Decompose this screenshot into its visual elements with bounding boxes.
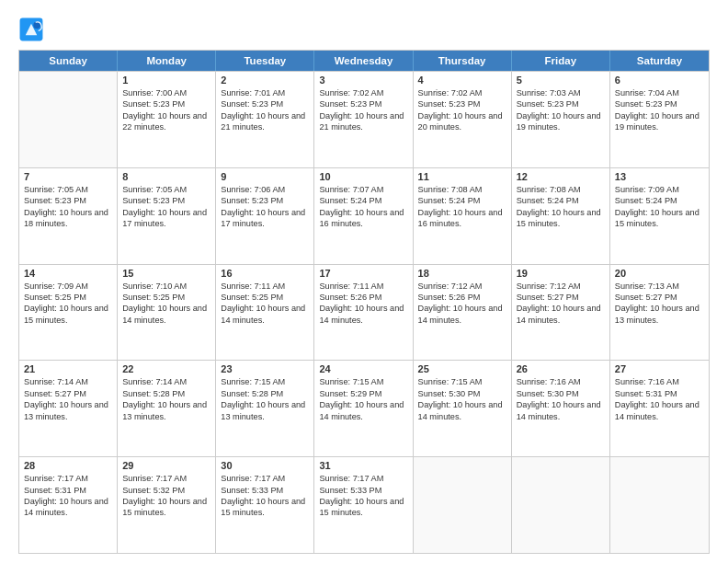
day-number: 8 bbox=[122, 171, 210, 182]
day-number: 30 bbox=[221, 460, 309, 471]
day-number: 20 bbox=[615, 268, 704, 279]
logo-icon bbox=[18, 17, 44, 42]
cal-cell: 15Sunrise: 7:10 AM Sunset: 5:25 PM Dayli… bbox=[118, 265, 216, 361]
day-number: 4 bbox=[418, 75, 506, 86]
day-number: 1 bbox=[122, 75, 210, 86]
day-info: Sunrise: 7:14 AM Sunset: 5:27 PM Dayligh… bbox=[24, 376, 112, 422]
day-info: Sunrise: 7:08 AM Sunset: 5:24 PM Dayligh… bbox=[517, 184, 605, 230]
cal-cell: 20Sunrise: 7:13 AM Sunset: 5:27 PM Dayli… bbox=[610, 265, 709, 361]
header-day-monday: Monday bbox=[118, 51, 216, 71]
day-info: Sunrise: 7:07 AM Sunset: 5:24 PM Dayligh… bbox=[319, 184, 407, 230]
day-number: 18 bbox=[418, 268, 506, 279]
week-row-1: 1Sunrise: 7:00 AM Sunset: 5:23 PM Daylig… bbox=[19, 71, 709, 167]
day-info: Sunrise: 7:05 AM Sunset: 5:23 PM Dayligh… bbox=[122, 184, 210, 230]
day-info: Sunrise: 7:15 AM Sunset: 5:29 PM Dayligh… bbox=[319, 376, 407, 422]
calendar-body: 1Sunrise: 7:00 AM Sunset: 5:23 PM Daylig… bbox=[19, 71, 709, 553]
day-number: 21 bbox=[24, 363, 112, 374]
cal-cell: 16Sunrise: 7:11 AM Sunset: 5:25 PM Dayli… bbox=[216, 265, 314, 361]
cal-cell: 5Sunrise: 7:03 AM Sunset: 5:23 PM Daylig… bbox=[512, 72, 610, 167]
cal-cell: 23Sunrise: 7:15 AM Sunset: 5:28 PM Dayli… bbox=[216, 361, 314, 456]
day-number: 19 bbox=[517, 268, 605, 279]
day-info: Sunrise: 7:15 AM Sunset: 5:30 PM Dayligh… bbox=[418, 376, 506, 422]
cal-cell: 30Sunrise: 7:17 AM Sunset: 5:33 PM Dayli… bbox=[216, 457, 314, 553]
day-number: 15 bbox=[122, 268, 210, 279]
day-info: Sunrise: 7:00 AM Sunset: 5:23 PM Dayligh… bbox=[122, 87, 210, 133]
cal-cell: 19Sunrise: 7:12 AM Sunset: 5:27 PM Dayli… bbox=[512, 265, 610, 361]
cal-cell: 3Sunrise: 7:02 AM Sunset: 5:23 PM Daylig… bbox=[314, 72, 413, 167]
day-number: 6 bbox=[615, 75, 704, 86]
day-info: Sunrise: 7:17 AM Sunset: 5:31 PM Dayligh… bbox=[24, 473, 112, 519]
day-number: 28 bbox=[24, 460, 112, 471]
day-info: Sunrise: 7:17 AM Sunset: 5:33 PM Dayligh… bbox=[319, 473, 407, 519]
day-info: Sunrise: 7:05 AM Sunset: 5:23 PM Dayligh… bbox=[24, 184, 112, 230]
day-number: 29 bbox=[122, 460, 210, 471]
day-info: Sunrise: 7:17 AM Sunset: 5:33 PM Dayligh… bbox=[221, 473, 309, 519]
day-info: Sunrise: 7:16 AM Sunset: 5:30 PM Dayligh… bbox=[517, 376, 605, 422]
day-info: Sunrise: 7:03 AM Sunset: 5:23 PM Dayligh… bbox=[517, 87, 605, 133]
calendar-page: SundayMondayTuesdayWednesdayThursdayFrid… bbox=[0, 0, 728, 563]
cal-cell: 18Sunrise: 7:12 AM Sunset: 5:26 PM Dayli… bbox=[414, 265, 512, 361]
cal-cell: 6Sunrise: 7:04 AM Sunset: 5:23 PM Daylig… bbox=[610, 72, 709, 167]
header-day-friday: Friday bbox=[512, 51, 610, 71]
day-info: Sunrise: 7:02 AM Sunset: 5:23 PM Dayligh… bbox=[319, 87, 407, 133]
day-info: Sunrise: 7:06 AM Sunset: 5:23 PM Dayligh… bbox=[221, 184, 309, 230]
header-day-sunday: Sunday bbox=[19, 51, 118, 71]
header bbox=[18, 17, 710, 42]
day-info: Sunrise: 7:08 AM Sunset: 5:24 PM Dayligh… bbox=[418, 184, 506, 230]
week-row-3: 14Sunrise: 7:09 AM Sunset: 5:25 PM Dayli… bbox=[19, 264, 709, 361]
day-info: Sunrise: 7:14 AM Sunset: 5:28 PM Dayligh… bbox=[122, 376, 210, 422]
day-info: Sunrise: 7:12 AM Sunset: 5:26 PM Dayligh… bbox=[418, 281, 506, 327]
cal-cell: 12Sunrise: 7:08 AM Sunset: 5:24 PM Dayli… bbox=[512, 168, 610, 264]
day-info: Sunrise: 7:11 AM Sunset: 5:26 PM Dayligh… bbox=[319, 281, 407, 327]
day-number: 16 bbox=[221, 268, 309, 279]
week-row-5: 28Sunrise: 7:17 AM Sunset: 5:31 PM Dayli… bbox=[19, 456, 709, 553]
cal-cell: 2Sunrise: 7:01 AM Sunset: 5:23 PM Daylig… bbox=[216, 72, 314, 167]
cal-cell: 7Sunrise: 7:05 AM Sunset: 5:23 PM Daylig… bbox=[19, 168, 118, 264]
cal-cell bbox=[610, 457, 709, 553]
day-info: Sunrise: 7:09 AM Sunset: 5:24 PM Dayligh… bbox=[615, 184, 704, 230]
cal-cell bbox=[414, 457, 512, 553]
header-day-wednesday: Wednesday bbox=[314, 51, 413, 71]
header-day-thursday: Thursday bbox=[414, 51, 512, 71]
cal-cell bbox=[19, 72, 118, 167]
day-number: 14 bbox=[24, 268, 112, 279]
cal-cell bbox=[512, 457, 610, 553]
calendar: SundayMondayTuesdayWednesdayThursdayFrid… bbox=[18, 50, 710, 554]
cal-cell: 27Sunrise: 7:16 AM Sunset: 5:31 PM Dayli… bbox=[610, 361, 709, 456]
day-number: 22 bbox=[122, 363, 210, 374]
day-number: 10 bbox=[319, 171, 407, 182]
day-number: 2 bbox=[221, 75, 309, 86]
cal-cell: 31Sunrise: 7:17 AM Sunset: 5:33 PM Dayli… bbox=[314, 457, 413, 553]
header-day-saturday: Saturday bbox=[610, 51, 709, 71]
week-row-4: 21Sunrise: 7:14 AM Sunset: 5:27 PM Dayli… bbox=[19, 360, 709, 456]
day-info: Sunrise: 7:02 AM Sunset: 5:23 PM Dayligh… bbox=[418, 87, 506, 133]
cal-cell: 25Sunrise: 7:15 AM Sunset: 5:30 PM Dayli… bbox=[414, 361, 512, 456]
cal-cell: 26Sunrise: 7:16 AM Sunset: 5:30 PM Dayli… bbox=[512, 361, 610, 456]
cal-cell: 29Sunrise: 7:17 AM Sunset: 5:32 PM Dayli… bbox=[118, 457, 216, 553]
cal-cell: 4Sunrise: 7:02 AM Sunset: 5:23 PM Daylig… bbox=[414, 72, 512, 167]
day-number: 17 bbox=[319, 268, 407, 279]
day-info: Sunrise: 7:04 AM Sunset: 5:23 PM Dayligh… bbox=[615, 87, 704, 133]
day-number: 25 bbox=[418, 363, 506, 374]
day-info: Sunrise: 7:11 AM Sunset: 5:25 PM Dayligh… bbox=[221, 281, 309, 327]
day-number: 7 bbox=[24, 171, 112, 182]
cal-cell: 13Sunrise: 7:09 AM Sunset: 5:24 PM Dayli… bbox=[610, 168, 709, 264]
day-number: 23 bbox=[221, 363, 309, 374]
day-info: Sunrise: 7:17 AM Sunset: 5:32 PM Dayligh… bbox=[122, 473, 210, 519]
cal-cell: 9Sunrise: 7:06 AM Sunset: 5:23 PM Daylig… bbox=[216, 168, 314, 264]
day-info: Sunrise: 7:10 AM Sunset: 5:25 PM Dayligh… bbox=[122, 281, 210, 327]
day-number: 13 bbox=[615, 171, 704, 182]
logo bbox=[18, 17, 48, 42]
day-info: Sunrise: 7:15 AM Sunset: 5:28 PM Dayligh… bbox=[221, 376, 309, 422]
header-day-tuesday: Tuesday bbox=[216, 51, 314, 71]
cal-cell: 21Sunrise: 7:14 AM Sunset: 5:27 PM Dayli… bbox=[19, 361, 118, 456]
day-info: Sunrise: 7:09 AM Sunset: 5:25 PM Dayligh… bbox=[24, 281, 112, 327]
day-number: 5 bbox=[517, 75, 605, 86]
cal-cell: 10Sunrise: 7:07 AM Sunset: 5:24 PM Dayli… bbox=[314, 168, 413, 264]
cal-cell: 8Sunrise: 7:05 AM Sunset: 5:23 PM Daylig… bbox=[118, 168, 216, 264]
day-number: 27 bbox=[615, 363, 704, 374]
day-number: 31 bbox=[319, 460, 407, 471]
day-number: 24 bbox=[319, 363, 407, 374]
day-number: 12 bbox=[517, 171, 605, 182]
day-number: 3 bbox=[319, 75, 407, 86]
